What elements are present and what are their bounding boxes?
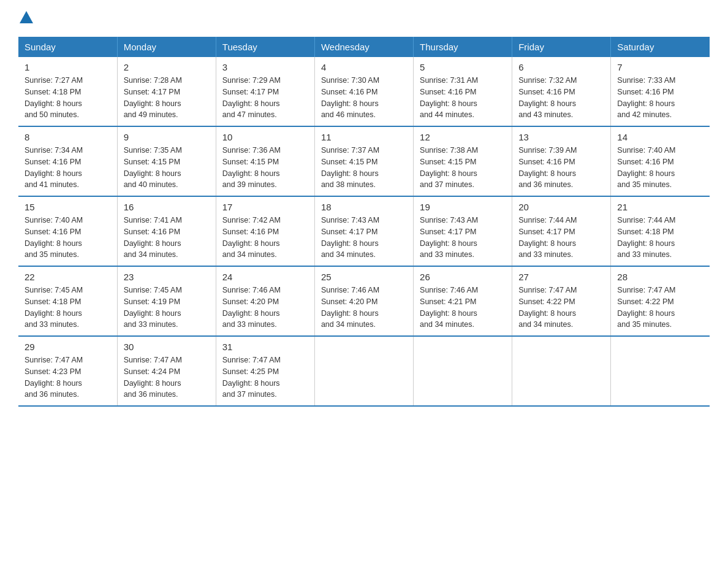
day-number: 10	[222, 132, 308, 142]
day-number: 9	[124, 132, 210, 142]
day-number: 30	[124, 342, 210, 352]
day-number: 15	[25, 202, 111, 212]
header-wednesday: Wednesday	[314, 37, 413, 57]
calendar-cell: 29Sunrise: 7:47 AMSunset: 4:23 PMDayligh…	[18, 336, 117, 406]
day-number: 17	[222, 202, 308, 212]
calendar-cell: 30Sunrise: 7:47 AMSunset: 4:24 PMDayligh…	[117, 336, 216, 406]
calendar-cell: 20Sunrise: 7:44 AMSunset: 4:17 PMDayligh…	[512, 196, 611, 266]
calendar-cell: 3Sunrise: 7:29 AMSunset: 4:17 PMDaylight…	[216, 57, 314, 126]
calendar-cell: 23Sunrise: 7:45 AMSunset: 4:19 PMDayligh…	[117, 266, 216, 336]
calendar-cell: 27Sunrise: 7:47 AMSunset: 4:22 PMDayligh…	[512, 266, 611, 336]
day-info: Sunrise: 7:33 AMSunset: 4:16 PMDaylight:…	[617, 75, 703, 121]
day-number: 18	[321, 202, 407, 212]
day-number: 23	[124, 272, 210, 282]
header-tuesday: Tuesday	[216, 37, 314, 57]
day-info: Sunrise: 7:36 AMSunset: 4:15 PMDaylight:…	[222, 145, 308, 191]
day-number: 3	[222, 62, 308, 72]
day-info: Sunrise: 7:37 AMSunset: 4:15 PMDaylight:…	[321, 145, 407, 191]
calendar-cell	[611, 336, 710, 406]
day-info: Sunrise: 7:35 AMSunset: 4:15 PMDaylight:…	[124, 145, 210, 191]
day-number: 8	[25, 132, 111, 142]
day-number: 26	[420, 272, 506, 282]
day-info: Sunrise: 7:29 AMSunset: 4:17 PMDaylight:…	[222, 75, 308, 121]
day-info: Sunrise: 7:39 AMSunset: 4:16 PMDaylight:…	[518, 145, 604, 191]
calendar-cell: 26Sunrise: 7:46 AMSunset: 4:21 PMDayligh…	[414, 266, 512, 336]
header-monday: Monday	[117, 37, 216, 57]
day-number: 12	[420, 132, 506, 142]
day-info: Sunrise: 7:46 AMSunset: 4:21 PMDaylight:…	[420, 285, 506, 331]
week-row-1: 1Sunrise: 7:27 AMSunset: 4:18 PMDaylight…	[18, 57, 710, 126]
day-number: 13	[518, 132, 604, 142]
day-number: 20	[518, 202, 604, 212]
day-info: Sunrise: 7:38 AMSunset: 4:15 PMDaylight:…	[420, 145, 506, 191]
day-number: 21	[617, 202, 703, 212]
week-row-2: 8Sunrise: 7:34 AMSunset: 4:16 PMDaylight…	[18, 126, 710, 196]
page-header	[18, 12, 710, 25]
day-info: Sunrise: 7:27 AMSunset: 4:18 PMDaylight:…	[25, 75, 111, 121]
calendar-cell: 17Sunrise: 7:42 AMSunset: 4:16 PMDayligh…	[216, 196, 314, 266]
day-number: 1	[25, 62, 111, 72]
week-row-4: 22Sunrise: 7:45 AMSunset: 4:18 PMDayligh…	[18, 266, 710, 336]
day-info: Sunrise: 7:32 AMSunset: 4:16 PMDaylight:…	[518, 75, 604, 121]
day-info: Sunrise: 7:28 AMSunset: 4:17 PMDaylight:…	[124, 75, 210, 121]
calendar-cell: 31Sunrise: 7:47 AMSunset: 4:25 PMDayligh…	[216, 336, 314, 406]
calendar-cell: 16Sunrise: 7:41 AMSunset: 4:16 PMDayligh…	[117, 196, 216, 266]
day-number: 25	[321, 272, 407, 282]
day-number: 16	[124, 202, 210, 212]
day-number: 19	[420, 202, 506, 212]
calendar-cell: 5Sunrise: 7:31 AMSunset: 4:16 PMDaylight…	[414, 57, 512, 126]
day-info: Sunrise: 7:45 AMSunset: 4:18 PMDaylight:…	[25, 285, 111, 331]
calendar-cell: 9Sunrise: 7:35 AMSunset: 4:15 PMDaylight…	[117, 126, 216, 196]
day-number: 5	[420, 62, 506, 72]
day-number: 28	[617, 272, 703, 282]
calendar-cell: 14Sunrise: 7:40 AMSunset: 4:16 PMDayligh…	[611, 126, 710, 196]
day-info: Sunrise: 7:44 AMSunset: 4:18 PMDaylight:…	[617, 215, 703, 261]
day-info: Sunrise: 7:40 AMSunset: 4:16 PMDaylight:…	[617, 145, 703, 191]
days-header-row: SundayMondayTuesdayWednesdayThursdayFrid…	[18, 37, 710, 57]
day-info: Sunrise: 7:31 AMSunset: 4:16 PMDaylight:…	[420, 75, 506, 121]
day-number: 29	[25, 342, 111, 352]
calendar-cell: 19Sunrise: 7:43 AMSunset: 4:17 PMDayligh…	[414, 196, 512, 266]
calendar-cell: 4Sunrise: 7:30 AMSunset: 4:16 PMDaylight…	[314, 57, 413, 126]
day-info: Sunrise: 7:41 AMSunset: 4:16 PMDaylight:…	[124, 215, 210, 261]
calendar-cell: 18Sunrise: 7:43 AMSunset: 4:17 PMDayligh…	[314, 196, 413, 266]
header-sunday: Sunday	[18, 37, 117, 57]
day-info: Sunrise: 7:47 AMSunset: 4:22 PMDaylight:…	[617, 285, 703, 331]
header-thursday: Thursday	[414, 37, 512, 57]
day-info: Sunrise: 7:47 AMSunset: 4:22 PMDaylight:…	[518, 285, 604, 331]
day-info: Sunrise: 7:40 AMSunset: 4:16 PMDaylight:…	[25, 215, 111, 261]
day-info: Sunrise: 7:43 AMSunset: 4:17 PMDaylight:…	[321, 215, 407, 261]
day-number: 24	[222, 272, 308, 282]
day-number: 14	[617, 132, 703, 142]
calendar-cell: 10Sunrise: 7:36 AMSunset: 4:15 PMDayligh…	[216, 126, 314, 196]
day-info: Sunrise: 7:43 AMSunset: 4:17 PMDaylight:…	[420, 215, 506, 261]
day-number: 31	[222, 342, 308, 352]
logo-block	[18, 12, 33, 25]
day-number: 11	[321, 132, 407, 142]
logo	[18, 12, 33, 25]
calendar-cell	[512, 336, 611, 406]
day-info: Sunrise: 7:42 AMSunset: 4:16 PMDaylight:…	[222, 215, 308, 261]
svg-marker-0	[20, 11, 33, 23]
calendar-cell: 24Sunrise: 7:46 AMSunset: 4:20 PMDayligh…	[216, 266, 314, 336]
header-saturday: Saturday	[611, 37, 710, 57]
day-info: Sunrise: 7:45 AMSunset: 4:19 PMDaylight:…	[124, 285, 210, 331]
calendar-cell: 11Sunrise: 7:37 AMSunset: 4:15 PMDayligh…	[314, 126, 413, 196]
day-info: Sunrise: 7:47 AMSunset: 4:23 PMDaylight:…	[25, 354, 111, 400]
calendar-cell: 7Sunrise: 7:33 AMSunset: 4:16 PMDaylight…	[611, 57, 710, 126]
day-number: 6	[518, 62, 604, 72]
day-info: Sunrise: 7:34 AMSunset: 4:16 PMDaylight:…	[25, 145, 111, 191]
week-row-3: 15Sunrise: 7:40 AMSunset: 4:16 PMDayligh…	[18, 196, 710, 266]
day-info: Sunrise: 7:44 AMSunset: 4:17 PMDaylight:…	[518, 215, 604, 261]
calendar-cell: 21Sunrise: 7:44 AMSunset: 4:18 PMDayligh…	[611, 196, 710, 266]
day-info: Sunrise: 7:46 AMSunset: 4:20 PMDaylight:…	[321, 285, 407, 331]
calendar-cell	[414, 336, 512, 406]
day-info: Sunrise: 7:30 AMSunset: 4:16 PMDaylight:…	[321, 75, 407, 121]
day-info: Sunrise: 7:46 AMSunset: 4:20 PMDaylight:…	[222, 285, 308, 331]
calendar-cell: 25Sunrise: 7:46 AMSunset: 4:20 PMDayligh…	[314, 266, 413, 336]
day-number: 22	[25, 272, 111, 282]
calendar-table: SundayMondayTuesdayWednesdayThursdayFrid…	[18, 37, 710, 407]
day-info: Sunrise: 7:47 AMSunset: 4:25 PMDaylight:…	[222, 354, 308, 400]
calendar-cell	[314, 336, 413, 406]
logo-triangle-icon	[20, 11, 33, 23]
